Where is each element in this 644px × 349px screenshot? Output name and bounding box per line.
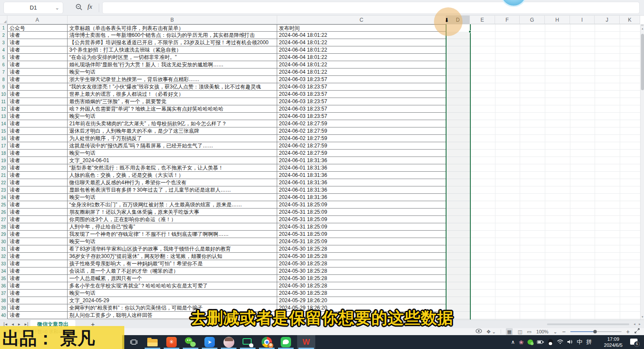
row-header-4[interactable]: 4 xyxy=(0,46,7,54)
cell-b37[interactable]: 晚安一句话 xyxy=(68,290,277,297)
cell-b15[interactable]: 退休后才明白，人到晚年最大的不幸，是少了这三张底牌 xyxy=(68,127,277,135)
row-header-27[interactable]: 27 xyxy=(0,216,7,223)
empty-cells[interactable] xyxy=(446,186,640,194)
cell-c11[interactable]: 2024-06-03 18:23:57 xyxy=(277,98,446,105)
cell-c2[interactable]: 2024-06-04 18:01:22 xyxy=(277,32,446,39)
empty-cells[interactable] xyxy=(446,32,640,39)
taskbar-blue-app-icon[interactable]: ➤ xyxy=(201,336,218,348)
cell-a22[interactable]: 读者 xyxy=(7,179,68,186)
empty-cells[interactable] xyxy=(446,113,640,120)
cell-c37[interactable]: 2024-05-30 18:25:28 xyxy=(277,290,446,297)
cell-c18[interactable]: 2024-06-02 18:27:59 xyxy=(277,150,446,157)
cell-c35[interactable]: 2024-05-30 18:25:28 xyxy=(277,275,446,282)
select-all-corner[interactable]: ◢ xyxy=(0,16,7,24)
cell-a37[interactable]: 读者 xyxy=(7,290,68,297)
tray-qq-icon[interactable] xyxy=(548,339,553,346)
row-header-33[interactable]: 33 xyxy=(0,260,7,267)
cell-b35[interactable]: 一个人总是喊累，原因只有一个 xyxy=(68,275,277,282)
cell-b18[interactable]: 晚安一句话 xyxy=(68,150,277,157)
vertical-scrollbar[interactable]: ▲ ▼ xyxy=(640,24,644,320)
scrollbar-split-handle[interactable] xyxy=(641,24,644,26)
cell-a21[interactable]: 读者 xyxy=(7,172,68,179)
empty-cells[interactable] xyxy=(446,142,640,150)
selected-column-d[interactable] xyxy=(446,24,471,320)
cell-c4[interactable]: 2024-06-04 18:01:22 xyxy=(277,46,446,54)
row-header-29[interactable]: 29 xyxy=(0,231,7,238)
column-header-G[interactable]: G xyxy=(520,16,545,24)
empty-cells[interactable] xyxy=(446,275,640,282)
empty-cells[interactable] xyxy=(446,179,640,186)
cell-c27[interactable]: 2024-05-31 18:25:09 xyxy=(277,216,446,223)
tray-flower-app-icon[interactable]: ❀ xyxy=(519,339,524,346)
cell-c9[interactable]: 2024-06-03 18:23:57 xyxy=(277,83,446,91)
cell-c38[interactable]: 2024-05-29 18:26:20 xyxy=(277,297,446,304)
column-header-E[interactable]: E xyxy=(470,16,495,24)
magnifier-icon[interactable] xyxy=(75,3,82,12)
cell-b27[interactable]: 你周围的这3个人，正在影响你的命运（准！） xyxy=(68,216,277,223)
empty-cells[interactable] xyxy=(446,253,640,260)
column-header-C[interactable]: C xyxy=(277,16,446,24)
cell-c12[interactable]: 2024-06-03 18:23:57 xyxy=(277,105,446,113)
empty-cells[interactable] xyxy=(446,127,640,135)
pan-mode-icon[interactable]: ✥ ⌄ xyxy=(487,328,496,335)
empty-cells[interactable] xyxy=(446,297,640,304)
row-header-38[interactable]: 38 xyxy=(0,297,7,304)
cell-a23[interactable]: 读者 xyxy=(7,186,68,194)
empty-cells[interactable] xyxy=(446,209,640,216)
cell-c14[interactable]: 2024-06-02 18:27:59 xyxy=(277,120,446,127)
view-pagebreak-icon[interactable]: ◫ xyxy=(518,328,522,335)
empty-cells[interactable] xyxy=(446,164,640,172)
row-header-13[interactable]: 13 xyxy=(0,113,7,120)
empty-cells[interactable] xyxy=(446,231,640,238)
cell-a11[interactable]: 读者 xyxy=(7,98,68,105)
cell-b14[interactable]: 21年前在街头卖猪肉的“北大屠夫”，给母校捐款9亿，如今怎么样了？ xyxy=(68,120,277,127)
row-header-32[interactable]: 32 xyxy=(0,253,7,260)
chevron-down-icon[interactable]: ⌄ xyxy=(553,328,557,335)
cell-c30[interactable]: 2024-05-31 18:25:09 xyxy=(277,238,446,245)
cell-a13[interactable]: 读者 xyxy=(7,113,68,120)
row-header-30[interactable]: 30 xyxy=(0,238,7,245)
cell-a20[interactable]: 读者 xyxy=(7,164,68,172)
taskbar-screenshare-app-icon[interactable] xyxy=(239,336,256,348)
column-header-B[interactable]: B xyxy=(68,16,277,24)
row-header-3[interactable]: 3 xyxy=(0,39,7,46)
cell-b36[interactable]: 多名小学生在学校实现“再就业”？哈哈哈哈哈实在是太可爱了 xyxy=(68,282,277,290)
cell-c15[interactable]: 2024-06-02 18:27:59 xyxy=(277,127,446,135)
empty-cells[interactable] xyxy=(446,194,640,201)
tray-wechat-icon[interactable] xyxy=(527,339,533,345)
cell-a38[interactable]: 读者 xyxy=(7,297,68,304)
zoom-in-button[interactable]: + xyxy=(626,328,630,335)
scrollbar-thumb[interactable] xyxy=(641,34,644,90)
cell-c32[interactable]: 2024-05-30 18:25:28 xyxy=(277,253,446,260)
cell-a8[interactable]: 读者 xyxy=(7,76,68,83)
cell-c21[interactable]: 2024-06-01 18:31:36 xyxy=(277,172,446,179)
row-header-12[interactable]: 12 xyxy=(0,105,7,113)
empty-cells[interactable] xyxy=(446,267,640,275)
cell-a4[interactable]: 读者 xyxy=(7,46,68,54)
cell-b22[interactable]: 微信聊天最惹人反感的4种行为，希望你一个也没有 xyxy=(68,179,277,186)
cell-a25[interactable]: 读者 xyxy=(7,201,68,209)
cell-b5[interactable]: “在命运为你安排的时区里，一切都非常准时。” xyxy=(68,54,277,61)
cell-b24[interactable]: 晚安一句话 xyxy=(68,194,277,201)
empty-cells[interactable] xyxy=(446,61,640,68)
row-header-25[interactable]: 25 xyxy=(0,201,7,209)
row-header-36[interactable]: 36 xyxy=(0,282,7,290)
tray-volume-icon[interactable] xyxy=(567,338,573,346)
empty-cells[interactable] xyxy=(446,135,640,142)
column-header-K[interactable]: K xyxy=(620,16,640,24)
row-header-37[interactable]: 37 xyxy=(0,290,7,297)
cell-a28[interactable]: 读者 xyxy=(7,223,68,231)
empty-cells[interactable] xyxy=(446,290,640,297)
cell-a34[interactable]: 读者 xyxy=(7,267,68,275)
cell-b7[interactable]: 晚安一句话 xyxy=(68,68,277,76)
cell-b12[interactable]: 啥？外国人也需要背“单词”？地铁上这一幕属实有点好笑哈哈哈哈哈 xyxy=(68,105,277,113)
cell-b21[interactable]: 人脉的底色：交换，交换，还是交换（大实话！） xyxy=(68,172,277,179)
taskbar-wechat-icon[interactable] xyxy=(182,336,199,348)
cell-c31[interactable]: 2024-05-30 18:25:28 xyxy=(277,245,446,253)
cell-b2[interactable]: 清华博士卖面包，一年新增600个销售点：你以为的学历无用，其实都是降维打击 xyxy=(68,32,277,39)
view-normal-icon[interactable]: ▦ xyxy=(506,328,513,335)
view-pagelayout-icon[interactable]: ▭ xyxy=(527,328,531,335)
cell-a10[interactable]: 读者 xyxy=(7,91,68,98)
empty-cells[interactable] xyxy=(446,105,640,113)
empty-cells[interactable] xyxy=(446,245,640,253)
